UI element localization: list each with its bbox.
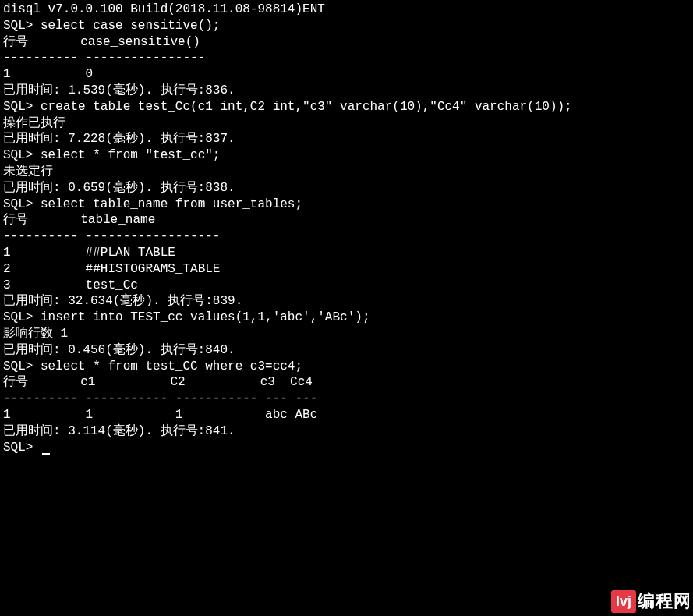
sql-prompt-active[interactable]: SQL> xyxy=(3,440,690,456)
result-row: 1 0 xyxy=(3,66,690,83)
terminal-line: disql v7.0.0.100 Build(2018.11.08-98814)… xyxy=(3,2,690,18)
timing-line: 已用时间: 32.634(毫秒). 执行号:839. xyxy=(3,293,690,310)
result-header: 行号 c1 C2 c3 Cc4 xyxy=(3,374,690,391)
sql-prompt-line: SQL> select * from test_CC where c3=cc4; xyxy=(3,359,690,375)
timing-line: 已用时间: 3.114(毫秒). 执行号:841. xyxy=(3,423,690,440)
timing-line: 已用时间: 7.228(毫秒). 执行号:837. xyxy=(3,131,690,147)
status-line: 影响行数 1 xyxy=(3,326,690,342)
status-line: 未选定行 xyxy=(3,164,690,180)
watermark: lvj 编程网 xyxy=(611,590,691,613)
timing-line: 已用时间: 1.539(毫秒). 执行号:836. xyxy=(3,83,690,99)
watermark-badge: lvj xyxy=(611,590,636,613)
timing-line: 已用时间: 0.659(毫秒). 执行号:838. xyxy=(3,180,690,196)
status-line: 操作已执行 xyxy=(3,115,690,132)
result-header: 行号 table_name xyxy=(3,212,690,228)
result-divider: ---------- ---------------- xyxy=(3,50,690,66)
sql-prompt-line: SQL> insert into TEST_cc values(1,1,'abc… xyxy=(3,310,690,326)
sql-prompt-line: SQL> create table test_Cc(c1 int,C2 int,… xyxy=(3,99,690,115)
sql-prompt-line: SQL> select * from "test_cc"; xyxy=(3,147,690,164)
result-row: 2 ##HISTOGRAMS_TABLE xyxy=(3,261,690,278)
result-divider: ---------- ------------------ xyxy=(3,228,690,245)
result-row: 3 test_Cc xyxy=(3,278,690,294)
result-header: 行号 case_sensitive() xyxy=(3,34,690,51)
result-divider: ---------- ----------- ----------- --- -… xyxy=(3,391,690,407)
result-row: 1 1 1 abc ABc xyxy=(3,407,690,423)
cursor-icon xyxy=(42,453,50,455)
sql-prompt-line: SQL> select table_name from user_tables; xyxy=(3,196,690,213)
result-row: 1 ##PLAN_TABLE xyxy=(3,245,690,261)
terminal-output: disql v7.0.0.100 Build(2018.11.08-98814)… xyxy=(3,2,690,455)
sql-prompt-line: SQL> select case_sensitive(); xyxy=(3,18,690,34)
watermark-text: 编程网 xyxy=(638,590,691,613)
timing-line: 已用时间: 0.456(毫秒). 执行号:840. xyxy=(3,342,690,359)
